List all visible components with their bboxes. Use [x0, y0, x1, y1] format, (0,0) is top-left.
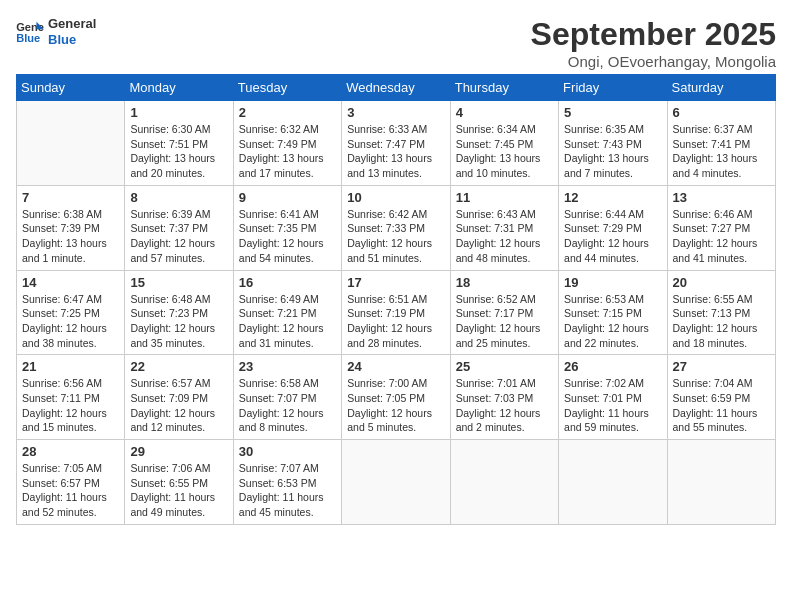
cell-content: Sunrise: 6:37 AMSunset: 7:41 PMDaylight:… [673, 122, 770, 181]
cell-content: Sunrise: 6:58 AMSunset: 7:07 PMDaylight:… [239, 376, 336, 435]
calendar-cell: 18Sunrise: 6:52 AMSunset: 7:17 PMDayligh… [450, 270, 558, 355]
cell-content: Sunrise: 6:41 AMSunset: 7:35 PMDaylight:… [239, 207, 336, 266]
day-number: 23 [239, 359, 336, 374]
calendar-cell: 23Sunrise: 6:58 AMSunset: 7:07 PMDayligh… [233, 355, 341, 440]
calendar-cell: 21Sunrise: 6:56 AMSunset: 7:11 PMDayligh… [17, 355, 125, 440]
calendar-cell [17, 101, 125, 186]
day-number: 12 [564, 190, 661, 205]
day-number: 1 [130, 105, 227, 120]
cell-content: Sunrise: 6:43 AMSunset: 7:31 PMDaylight:… [456, 207, 553, 266]
calendar-header-monday: Monday [125, 75, 233, 101]
cell-content: Sunrise: 7:01 AMSunset: 7:03 PMDaylight:… [456, 376, 553, 435]
calendar-header-sunday: Sunday [17, 75, 125, 101]
cell-content: Sunrise: 7:02 AMSunset: 7:01 PMDaylight:… [564, 376, 661, 435]
calendar-cell [342, 440, 450, 525]
day-number: 9 [239, 190, 336, 205]
calendar-cell: 28Sunrise: 7:05 AMSunset: 6:57 PMDayligh… [17, 440, 125, 525]
day-number: 4 [456, 105, 553, 120]
calendar-cell [667, 440, 775, 525]
cell-content: Sunrise: 7:04 AMSunset: 6:59 PMDaylight:… [673, 376, 770, 435]
calendar-week-4: 21Sunrise: 6:56 AMSunset: 7:11 PMDayligh… [17, 355, 776, 440]
cell-content: Sunrise: 6:51 AMSunset: 7:19 PMDaylight:… [347, 292, 444, 351]
calendar-cell: 11Sunrise: 6:43 AMSunset: 7:31 PMDayligh… [450, 185, 558, 270]
day-number: 15 [130, 275, 227, 290]
day-number: 27 [673, 359, 770, 374]
calendar-cell: 14Sunrise: 6:47 AMSunset: 7:25 PMDayligh… [17, 270, 125, 355]
calendar-week-5: 28Sunrise: 7:05 AMSunset: 6:57 PMDayligh… [17, 440, 776, 525]
location-subtitle: Ongi, OEvoerhangay, Mongolia [531, 53, 776, 70]
calendar-cell: 7Sunrise: 6:38 AMSunset: 7:39 PMDaylight… [17, 185, 125, 270]
cell-content: Sunrise: 6:32 AMSunset: 7:49 PMDaylight:… [239, 122, 336, 181]
calendar-cell: 17Sunrise: 6:51 AMSunset: 7:19 PMDayligh… [342, 270, 450, 355]
calendar-week-3: 14Sunrise: 6:47 AMSunset: 7:25 PMDayligh… [17, 270, 776, 355]
logo-icon: General Blue [16, 20, 44, 44]
cell-content: Sunrise: 6:42 AMSunset: 7:33 PMDaylight:… [347, 207, 444, 266]
calendar-header-thursday: Thursday [450, 75, 558, 101]
logo-line1: General [48, 16, 96, 32]
day-number: 26 [564, 359, 661, 374]
page-header: General Blue General Blue September 2025… [16, 16, 776, 70]
day-number: 20 [673, 275, 770, 290]
calendar-cell: 6Sunrise: 6:37 AMSunset: 7:41 PMDaylight… [667, 101, 775, 186]
calendar-cell: 13Sunrise: 6:46 AMSunset: 7:27 PMDayligh… [667, 185, 775, 270]
calendar-cell: 19Sunrise: 6:53 AMSunset: 7:15 PMDayligh… [559, 270, 667, 355]
cell-content: Sunrise: 6:49 AMSunset: 7:21 PMDaylight:… [239, 292, 336, 351]
calendar-cell [450, 440, 558, 525]
calendar-cell: 2Sunrise: 6:32 AMSunset: 7:49 PMDaylight… [233, 101, 341, 186]
calendar-cell: 3Sunrise: 6:33 AMSunset: 7:47 PMDaylight… [342, 101, 450, 186]
day-number: 3 [347, 105, 444, 120]
day-number: 2 [239, 105, 336, 120]
calendar-header-wednesday: Wednesday [342, 75, 450, 101]
day-number: 11 [456, 190, 553, 205]
day-number: 14 [22, 275, 119, 290]
cell-content: Sunrise: 6:56 AMSunset: 7:11 PMDaylight:… [22, 376, 119, 435]
calendar-cell: 12Sunrise: 6:44 AMSunset: 7:29 PMDayligh… [559, 185, 667, 270]
day-number: 19 [564, 275, 661, 290]
month-title: September 2025 [531, 16, 776, 53]
calendar-cell: 27Sunrise: 7:04 AMSunset: 6:59 PMDayligh… [667, 355, 775, 440]
calendar-header-saturday: Saturday [667, 75, 775, 101]
calendar-cell: 20Sunrise: 6:55 AMSunset: 7:13 PMDayligh… [667, 270, 775, 355]
calendar-cell: 24Sunrise: 7:00 AMSunset: 7:05 PMDayligh… [342, 355, 450, 440]
day-number: 13 [673, 190, 770, 205]
calendar-header-row: SundayMondayTuesdayWednesdayThursdayFrid… [17, 75, 776, 101]
day-number: 8 [130, 190, 227, 205]
cell-content: Sunrise: 6:39 AMSunset: 7:37 PMDaylight:… [130, 207, 227, 266]
cell-content: Sunrise: 7:06 AMSunset: 6:55 PMDaylight:… [130, 461, 227, 520]
day-number: 18 [456, 275, 553, 290]
calendar-week-1: 1Sunrise: 6:30 AMSunset: 7:51 PMDaylight… [17, 101, 776, 186]
cell-content: Sunrise: 7:00 AMSunset: 7:05 PMDaylight:… [347, 376, 444, 435]
day-number: 21 [22, 359, 119, 374]
cell-content: Sunrise: 7:07 AMSunset: 6:53 PMDaylight:… [239, 461, 336, 520]
cell-content: Sunrise: 6:33 AMSunset: 7:47 PMDaylight:… [347, 122, 444, 181]
calendar-table: SundayMondayTuesdayWednesdayThursdayFrid… [16, 74, 776, 525]
calendar-cell: 30Sunrise: 7:07 AMSunset: 6:53 PMDayligh… [233, 440, 341, 525]
day-number: 25 [456, 359, 553, 374]
cell-content: Sunrise: 6:35 AMSunset: 7:43 PMDaylight:… [564, 122, 661, 181]
logo: General Blue General Blue [16, 16, 96, 47]
cell-content: Sunrise: 6:57 AMSunset: 7:09 PMDaylight:… [130, 376, 227, 435]
day-number: 16 [239, 275, 336, 290]
calendar-cell: 5Sunrise: 6:35 AMSunset: 7:43 PMDaylight… [559, 101, 667, 186]
cell-content: Sunrise: 6:47 AMSunset: 7:25 PMDaylight:… [22, 292, 119, 351]
day-number: 28 [22, 444, 119, 459]
cell-content: Sunrise: 6:44 AMSunset: 7:29 PMDaylight:… [564, 207, 661, 266]
calendar-cell: 25Sunrise: 7:01 AMSunset: 7:03 PMDayligh… [450, 355, 558, 440]
logo-line2: Blue [48, 32, 96, 48]
cell-content: Sunrise: 6:48 AMSunset: 7:23 PMDaylight:… [130, 292, 227, 351]
calendar-cell: 29Sunrise: 7:06 AMSunset: 6:55 PMDayligh… [125, 440, 233, 525]
calendar-cell: 22Sunrise: 6:57 AMSunset: 7:09 PMDayligh… [125, 355, 233, 440]
cell-content: Sunrise: 6:34 AMSunset: 7:45 PMDaylight:… [456, 122, 553, 181]
calendar-week-2: 7Sunrise: 6:38 AMSunset: 7:39 PMDaylight… [17, 185, 776, 270]
calendar-cell: 16Sunrise: 6:49 AMSunset: 7:21 PMDayligh… [233, 270, 341, 355]
calendar-header-friday: Friday [559, 75, 667, 101]
calendar-cell [559, 440, 667, 525]
calendar-cell: 4Sunrise: 6:34 AMSunset: 7:45 PMDaylight… [450, 101, 558, 186]
day-number: 30 [239, 444, 336, 459]
cell-content: Sunrise: 6:46 AMSunset: 7:27 PMDaylight:… [673, 207, 770, 266]
calendar-header-tuesday: Tuesday [233, 75, 341, 101]
cell-content: Sunrise: 7:05 AMSunset: 6:57 PMDaylight:… [22, 461, 119, 520]
day-number: 5 [564, 105, 661, 120]
calendar-cell: 10Sunrise: 6:42 AMSunset: 7:33 PMDayligh… [342, 185, 450, 270]
day-number: 29 [130, 444, 227, 459]
